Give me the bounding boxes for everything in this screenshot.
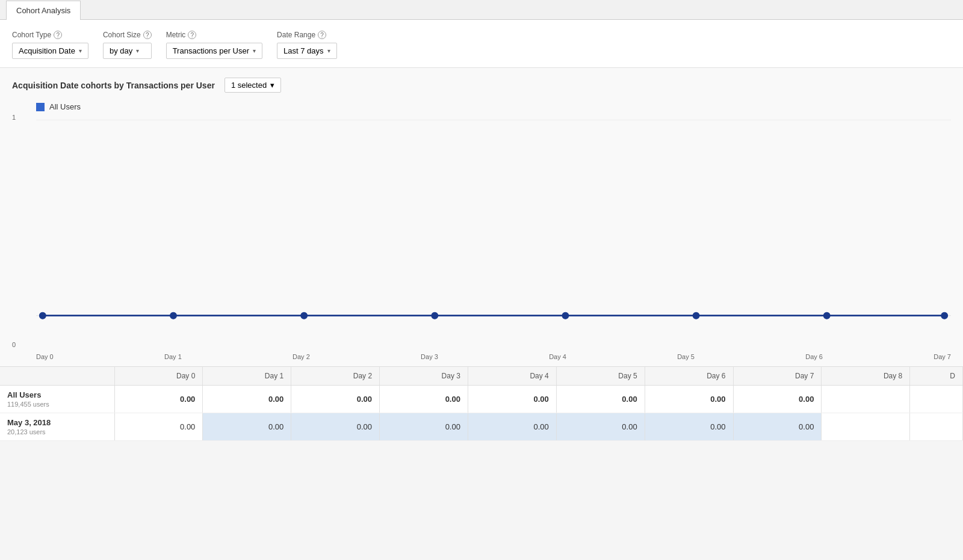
cell-all-day1: 0.00 [203,386,291,413]
legend-label: All Users [49,102,81,111]
col-header-day8: Day 8 [822,367,910,386]
selected-arrow-icon: ▾ [270,81,274,90]
col-header-label [0,367,114,386]
cohort-size-dropdown[interactable]: by day ▾ [103,43,152,59]
cell-may3-dayD [910,413,963,441]
x-label-day6: Day 6 [805,353,823,360]
chart-svg [36,120,951,328]
cell-all-dayD [910,386,963,413]
cell-may3-day2: 0.00 [291,413,380,441]
x-label-day1: Day 1 [164,353,182,360]
cell-may3-day4: 0.00 [468,413,556,441]
svg-point-6 [562,312,569,319]
col-header-day2: Day 2 [291,367,380,386]
tab-bar: Cohort Analysis [0,0,963,20]
x-label-day7: Day 7 [934,353,951,360]
cohort-size-label: Cohort Size ? [103,31,152,39]
date-range-group: Date Range ? Last 7 days ▾ [277,31,337,59]
label-may3: May 3, 2018 20,123 users [0,413,114,441]
svg-point-9 [941,312,948,319]
svg-point-5 [432,312,438,319]
svg-point-2 [39,312,46,319]
y-axis-label-0: 0 [12,341,16,348]
x-label-day3: Day 3 [421,353,438,360]
chart-header: Acquisition Date cohorts by Transactions… [12,78,951,93]
date-range-label: Date Range ? [277,31,337,39]
table-section: Day 0 Day 1 Day 2 Day 3 Day 4 Day 5 Day … [0,366,963,441]
x-label-day0: Day 0 [36,353,54,360]
metric-label: Metric ? [166,31,262,39]
table-header-row: Day 0 Day 1 Day 2 Day 3 Day 4 Day 5 Day … [0,367,963,386]
cell-may3-day0: 0.00 [114,413,203,441]
cohort-type-dropdown[interactable]: Acquisition Date ▾ [12,43,88,59]
cohort-analysis-tab[interactable]: Cohort Analysis [6,1,81,20]
cell-may3-day7: 0.00 [733,413,822,441]
svg-point-3 [170,312,177,319]
metric-dropdown[interactable]: Transactions per User ▾ [166,43,262,59]
chart-legend: All Users [12,102,951,111]
cell-may3-day8 [822,413,910,441]
col-header-day1: Day 1 [203,367,291,386]
col-header-day0: Day 0 [114,367,203,386]
col-header-day6: Day 6 [645,367,733,386]
col-header-dayD: D [910,367,963,386]
table-row-may3: May 3, 2018 20,123 users 0.00 0.00 0.00 … [0,413,963,441]
cell-may3-day6: 0.00 [645,413,733,441]
cell-all-day3: 0.00 [380,386,468,413]
cohort-type-label: Cohort Type ? [12,31,88,39]
cohort-size-group: Cohort Size ? by day ▾ [103,31,152,59]
all-users-sublabel: 119,455 users [7,401,107,408]
cell-all-day2: 0.00 [291,386,380,413]
svg-point-7 [693,312,699,319]
y-axis-label-1: 1 [12,114,16,121]
col-header-day5: Day 5 [556,367,645,386]
cohort-size-arrow-icon: ▾ [136,48,139,54]
cohort-type-arrow-icon: ▾ [79,48,82,54]
cohort-size-help-icon[interactable]: ? [143,31,152,39]
all-users-main-label: All Users [7,390,41,399]
cell-may3-day1: 0.00 [203,413,291,441]
selected-button[interactable]: 1 selected ▾ [224,78,281,93]
may3-sublabel: 20,123 users [7,428,107,435]
cell-all-day4: 0.00 [468,386,556,413]
controls-row: Cohort Type ? Acquisition Date ▾ Cohort … [0,20,963,67]
chart-title: Acquisition Date cohorts by Transactions… [12,81,215,90]
x-label-day2: Day 2 [293,353,310,360]
chart-section: Acquisition Date cohorts by Transactions… [0,67,963,366]
cell-may3-day5: 0.00 [556,413,645,441]
cell-may3-day3: 0.00 [380,413,468,441]
cell-all-day5: 0.00 [556,386,645,413]
chart-area: 1 0 Day 0 [12,114,951,366]
cell-all-day7: 0.00 [733,386,822,413]
date-range-help-icon[interactable]: ? [318,31,326,39]
page-wrapper: Cohort Analysis Cohort Type ? Acquisitio… [0,0,963,441]
cohort-type-group: Cohort Type ? Acquisition Date ▾ [12,31,88,59]
col-header-day4: Day 4 [468,367,556,386]
metric-help-icon[interactable]: ? [188,31,196,39]
metric-arrow-icon: ▾ [253,48,256,54]
label-all-users: All Users 119,455 users [0,386,114,413]
date-range-arrow-icon: ▾ [327,48,330,54]
svg-point-8 [823,312,830,319]
may3-main-label: May 3, 2018 [7,418,51,427]
cohort-table: Day 0 Day 1 Day 2 Day 3 Day 4 Day 5 Day … [0,367,963,441]
svg-point-4 [301,312,308,319]
date-range-dropdown[interactable]: Last 7 days ▾ [277,43,337,59]
table-row-all-users: All Users 119,455 users 0.00 0.00 0.00 0… [0,386,963,413]
cell-all-day0: 0.00 [114,386,203,413]
cell-all-day6: 0.00 [645,386,733,413]
legend-color-swatch [36,103,45,111]
x-label-day5: Day 5 [677,353,695,360]
x-label-day4: Day 4 [549,353,566,360]
x-axis-labels: Day 0 Day 1 Day 2 Day 3 Day 4 Day 5 Day … [36,353,951,360]
cell-all-day8 [822,386,910,413]
cohort-type-help-icon[interactable]: ? [54,31,62,39]
metric-group: Metric ? Transactions per User ▾ [166,31,262,59]
col-header-day3: Day 3 [380,367,468,386]
col-header-day7: Day 7 [733,367,822,386]
